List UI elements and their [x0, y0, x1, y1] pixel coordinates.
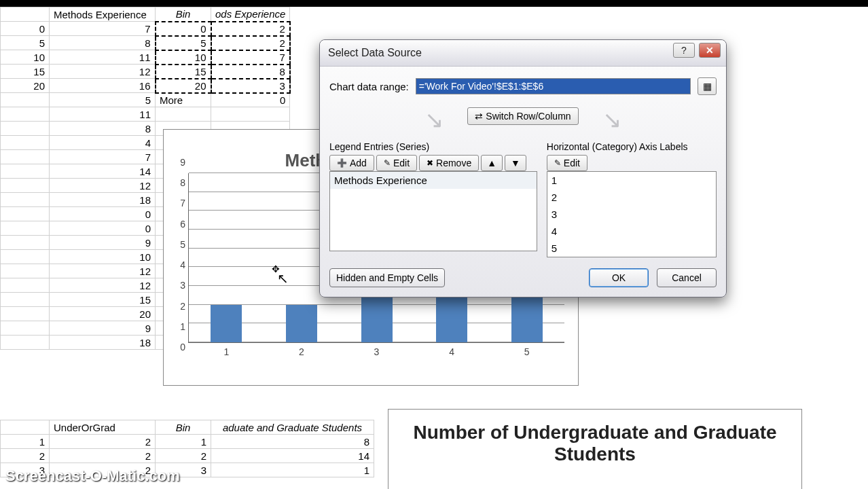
cancel-button[interactable]: Cancel	[657, 268, 717, 287]
swap-arrow-left-icon: ↘	[424, 107, 444, 132]
edit-icon: ✎	[554, 158, 561, 168]
arrow-down-icon: ▼	[511, 158, 520, 168]
add-icon: ➕	[337, 158, 347, 168]
move-down-button[interactable]: ▼	[505, 155, 526, 171]
switch-icon: ⇄	[475, 111, 483, 122]
remove-icon: ✖	[427, 158, 433, 168]
chart-title: Number of Undergraduate and Graduate Stu…	[388, 422, 801, 465]
move-up-button[interactable]: ▲	[481, 155, 503, 171]
hidden-empty-cells-button[interactable]: Hidden and Empty Cells	[329, 268, 445, 287]
watermark: Screencast-O-Matic.com	[5, 467, 180, 485]
edit-axis-labels-button[interactable]: ✎Edit	[547, 155, 587, 171]
axis-item[interactable]: 2	[547, 189, 716, 206]
collapse-dialog-button[interactable]: ▦	[698, 77, 717, 95]
edit-icon: ✎	[384, 158, 391, 168]
bar[interactable]	[211, 305, 242, 342]
swap-arrow-right-icon: ↘	[602, 107, 621, 132]
axis-labels-label: Horizontal (Category) Axis Labels	[547, 141, 717, 152]
chart-data-range-input[interactable]	[416, 78, 691, 94]
switch-row-column-button[interactable]: ⇄ Switch Row/Column	[467, 107, 578, 125]
axis-item[interactable]: 3	[547, 206, 716, 223]
select-data-source-dialog: Select Data Source ? ✕ Chart data range:…	[319, 39, 727, 297]
series-listbox[interactable]: Methods Experience	[329, 171, 537, 251]
col-header: Methods Experience	[50, 7, 156, 22]
help-button[interactable]: ?	[673, 43, 695, 58]
close-button[interactable]: ✕	[699, 43, 721, 58]
bar[interactable]	[286, 305, 317, 342]
axis-item[interactable]: 5	[547, 240, 716, 257]
add-series-button[interactable]: ➕Add	[329, 155, 374, 171]
axis-item[interactable]: 1	[547, 172, 716, 189]
chart-data-range-label: Chart data range:	[329, 81, 409, 92]
arrow-up-icon: ▲	[487, 158, 496, 168]
legend-entries-label: Legend Entries (Series)	[329, 141, 537, 152]
axis-item[interactable]: 4	[547, 223, 716, 240]
col-header: ods Experience	[211, 7, 290, 22]
remove-series-button[interactable]: ✖Remove	[419, 155, 479, 171]
dialog-title: Select Data Source	[328, 47, 422, 58]
dialog-title-bar[interactable]: Select Data Source ? ✕	[320, 40, 726, 66]
col-header: Bin	[156, 7, 211, 22]
axis-listbox[interactable]: 12345	[547, 171, 717, 257]
chart-undergrad-graduate[interactable]: Number of Undergraduate and Graduate Stu…	[388, 409, 802, 489]
series-item[interactable]: Methods Experience	[330, 172, 537, 189]
ok-button[interactable]: OK	[589, 268, 649, 287]
edit-series-button[interactable]: ✎Edit	[376, 155, 417, 171]
